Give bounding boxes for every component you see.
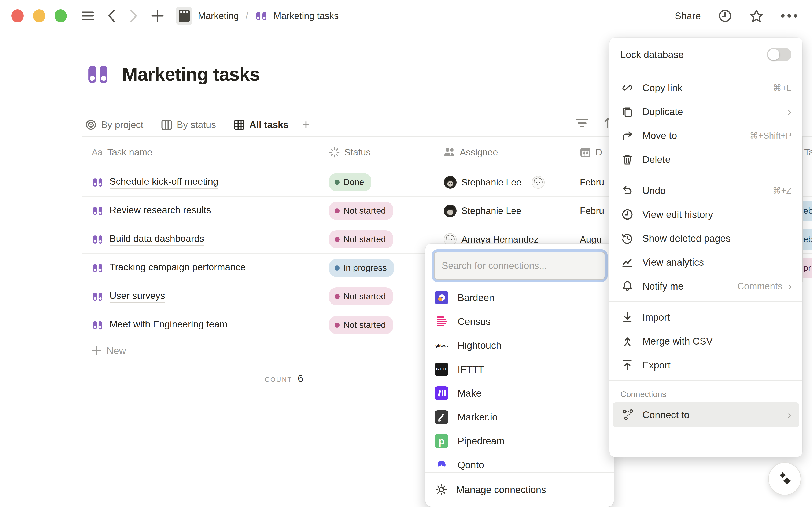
breadcrumb-separator: / <box>246 11 248 21</box>
bell-icon <box>620 280 634 292</box>
manage-connections-button[interactable]: Manage connections <box>426 472 614 507</box>
page-binoculars-icon[interactable] <box>85 62 110 87</box>
column-header-status[interactable]: Status <box>344 147 371 158</box>
share-button[interactable]: Share <box>675 10 701 21</box>
forward-icon[interactable] <box>129 9 138 22</box>
connections-popup: Bardeen Census hightouch Hightouch IFTTT… <box>426 244 614 507</box>
analytics-chart-icon <box>620 256 634 268</box>
connect-to-item[interactable]: Connect to › <box>613 402 799 427</box>
date-cell[interactable]: Febru <box>580 177 604 188</box>
column-header-date[interactable]: D <box>596 147 602 158</box>
view-edit-history-item[interactable]: View edit history <box>610 203 803 226</box>
connection-item[interactable]: Make <box>426 381 614 405</box>
status-badge[interactable]: In progress <box>329 259 394 277</box>
move-to-item[interactable]: Move to ⌘+Shift+P <box>610 123 803 148</box>
status-badge[interactable]: Not started <box>329 316 393 334</box>
connection-item[interactable]: Qonto <box>426 453 614 472</box>
task-name[interactable]: Build data dashboards <box>110 233 204 246</box>
filter-icon[interactable] <box>576 117 589 129</box>
task-binoculars-icon <box>92 291 104 302</box>
delete-item[interactable]: Delete <box>610 148 803 171</box>
page-options-menu: Lock database Copy link ⌘+L Duplicate › … <box>610 38 803 457</box>
duplicate-icon <box>620 106 634 118</box>
pill-fragment: pr <box>803 258 812 278</box>
connection-item[interactable]: Census <box>426 309 614 333</box>
minimize-window-button[interactable] <box>33 9 45 22</box>
back-icon[interactable] <box>108 9 116 22</box>
status-badge[interactable]: Not started <box>329 202 393 220</box>
avatar <box>532 176 545 189</box>
breadcrumb-current[interactable]: Marketing tasks <box>273 11 338 21</box>
task-binoculars-icon <box>92 176 104 188</box>
copy-link-item[interactable]: Copy link ⌘+L <box>610 76 803 100</box>
pill-fragment: eb <box>803 229 812 249</box>
favorite-star-icon[interactable] <box>749 9 763 22</box>
close-window-button[interactable] <box>11 9 24 22</box>
connections-list: Bardeen Census hightouch Hightouch IFTTT… <box>426 283 614 472</box>
connection-item[interactable]: Marker.io <box>426 405 614 429</box>
date-cell[interactable]: Augu <box>580 234 602 245</box>
breadcrumb-parent[interactable]: Marketing <box>198 11 239 21</box>
show-deleted-pages-item[interactable]: Show deleted pages <box>610 226 803 250</box>
avatar <box>444 204 457 217</box>
task-binoculars-icon <box>92 262 104 274</box>
add-view-icon[interactable]: + <box>302 114 310 136</box>
date-cell[interactable]: Febru <box>580 206 604 216</box>
column-header-task-name[interactable]: Task name <box>107 147 152 158</box>
updates-clock-icon[interactable] <box>719 9 732 22</box>
sidebar-menu-icon[interactable] <box>82 11 94 21</box>
restore-clock-icon <box>620 232 634 244</box>
notify-me-item[interactable]: Notify me Comments› <box>610 274 803 298</box>
make-icon <box>435 386 448 400</box>
task-binoculars-icon <box>92 233 104 245</box>
task-name[interactable]: User surveys <box>110 290 165 303</box>
connection-item[interactable]: hightouch Hightouch <box>426 333 614 357</box>
undo-icon <box>620 184 634 197</box>
page-title-row: Marketing tasks <box>85 62 260 87</box>
task-name[interactable]: Meet with Engineering team <box>110 319 228 331</box>
history-clock-icon <box>620 208 634 221</box>
task-name[interactable]: Schedule kick-off meeting <box>110 176 218 189</box>
more-options-icon[interactable] <box>781 14 797 17</box>
census-icon <box>435 315 448 328</box>
duplicate-item[interactable]: Duplicate › <box>610 100 803 123</box>
count-summary[interactable]: COUNT 6 <box>265 373 303 384</box>
table-edge-strip: Ta eb eb pr <box>803 137 812 282</box>
connections-search-input[interactable] <box>434 252 605 280</box>
status-badge[interactable]: Done <box>329 173 371 191</box>
undo-item[interactable]: Undo ⌘+Z <box>610 178 803 203</box>
menu-divider <box>610 301 803 302</box>
task-name[interactable]: Tracking campaign performance <box>110 262 246 274</box>
status-badge[interactable]: Not started <box>329 287 393 305</box>
assignee-cell[interactable]: Stephanie Lee <box>444 204 521 217</box>
zoom-window-button[interactable] <box>55 9 67 22</box>
export-item[interactable]: Export <box>610 353 803 377</box>
connections-section-label: Connections <box>610 384 803 402</box>
export-icon <box>620 359 634 371</box>
binoculars-icon <box>255 9 268 22</box>
column-header-assignee[interactable]: Assignee <box>460 147 498 158</box>
people-property-icon <box>444 148 455 157</box>
notion-window: Marketing / Marketing tasks Share Market… <box>0 0 812 507</box>
connection-item[interactable]: p Pipedream <box>426 429 614 453</box>
page-title[interactable]: Marketing tasks <box>122 63 260 85</box>
bardeen-icon <box>435 291 448 304</box>
lock-database-row[interactable]: Lock database <box>610 41 803 68</box>
connection-item[interactable]: IFTTT IFTTT <box>426 357 614 381</box>
lock-database-toggle[interactable] <box>767 48 792 61</box>
tab-by-status[interactable]: By status <box>161 114 216 136</box>
merge-with-csv-item[interactable]: Merge with CSV <box>610 329 803 353</box>
status-badge[interactable]: Not started <box>329 230 393 248</box>
tab-all-tasks[interactable]: All tasks <box>234 114 289 136</box>
menu-divider <box>610 380 803 381</box>
task-name[interactable]: Review research results <box>110 205 211 217</box>
workspace-icon[interactable] <box>176 7 192 25</box>
connection-item[interactable]: Bardeen <box>426 286 614 309</box>
new-page-icon[interactable] <box>151 10 164 22</box>
tab-by-project[interactable]: By project <box>85 114 143 136</box>
link-icon <box>620 81 634 94</box>
view-analytics-item[interactable]: View analytics <box>610 250 803 274</box>
notion-ai-button[interactable] <box>768 462 801 495</box>
import-item[interactable]: Import <box>610 305 803 329</box>
assignee-cell[interactable]: Stephanie Lee <box>444 176 545 189</box>
